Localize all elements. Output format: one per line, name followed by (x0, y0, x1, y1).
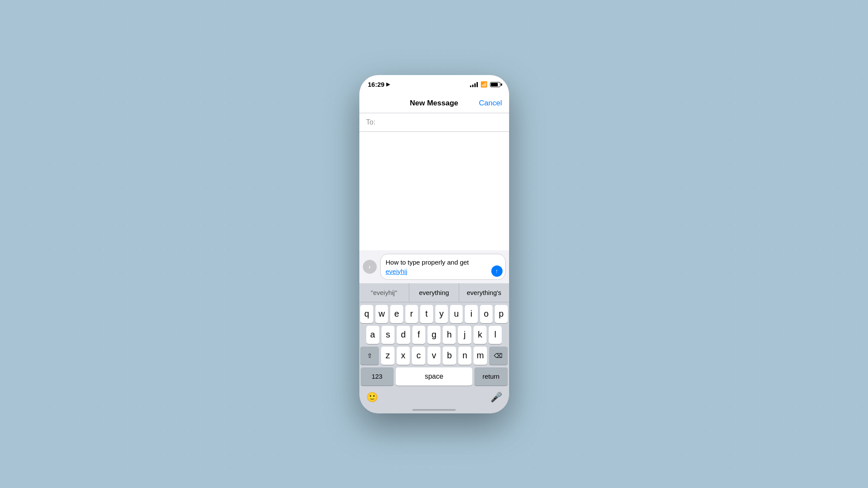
keyboard-row-2: a s d f g h j k l (359, 323, 509, 344)
key-v[interactable]: v (427, 347, 441, 365)
to-field[interactable]: To: (359, 113, 509, 132)
predictive-item-0[interactable]: "eveiyhij" (359, 283, 409, 302)
key-w[interactable]: w (375, 305, 388, 323)
status-time: 16:29 ▶ (368, 81, 390, 88)
key-a[interactable]: a (366, 326, 379, 344)
to-input[interactable] (377, 118, 502, 126)
backspace-key[interactable]: ⌫ (489, 347, 508, 365)
predictive-item-1[interactable]: everything (409, 283, 459, 302)
key-r[interactable]: r (405, 305, 418, 323)
send-button[interactable]: ↑ (491, 265, 503, 277)
space-key[interactable]: space (396, 367, 472, 386)
time-display: 16:29 (368, 81, 385, 88)
message-typed-text: eveiyhij (386, 268, 408, 275)
battery-fill (491, 83, 498, 86)
key-o[interactable]: o (480, 305, 493, 323)
numbers-label: 123 (372, 373, 382, 380)
backspace-icon: ⌫ (494, 352, 503, 359)
keyboard: q w e r t y u i o p a s d f g h j k (359, 302, 509, 413)
status-icons: 📶 (470, 81, 500, 88)
input-bar: › How to type properly and get eveiyhij … (359, 250, 509, 283)
microphone-icon[interactable]: 🎤 (490, 392, 502, 403)
key-g[interactable]: g (427, 326, 441, 344)
message-prefix-text: How to type properly and get (386, 259, 469, 266)
home-indicator (359, 406, 509, 413)
shift-icon: ⇧ (367, 352, 372, 359)
phone-frame: 16:29 ▶ 📶 New Message Cancel (359, 75, 509, 413)
key-u[interactable]: u (450, 305, 463, 323)
key-q[interactable]: q (360, 305, 373, 323)
status-bar: 16:29 ▶ 📶 (359, 75, 509, 94)
send-arrow-icon: ↑ (495, 268, 498, 274)
keyboard-fn-row: 🙂 🎤 (359, 387, 509, 406)
key-m[interactable]: m (473, 347, 487, 365)
key-y[interactable]: y (435, 305, 448, 323)
keyboard-row-3: ⇧ z x c v b n m ⌫ (359, 344, 509, 365)
key-k[interactable]: k (473, 326, 487, 344)
key-i[interactable]: i (465, 305, 477, 323)
key-t[interactable]: t (420, 305, 433, 323)
key-x[interactable]: x (397, 347, 410, 365)
return-key[interactable]: return (474, 367, 507, 386)
to-label: To: (366, 118, 375, 126)
message-input-wrap[interactable]: How to type properly and get eveiyhij ↑ (380, 254, 506, 280)
cancel-button[interactable]: Cancel (479, 99, 502, 108)
space-label: space (425, 373, 444, 380)
home-bar (412, 409, 456, 411)
key-e[interactable]: e (390, 305, 403, 323)
key-b[interactable]: b (443, 347, 456, 365)
message-input-text: How to type properly and get eveiyhij (386, 258, 488, 276)
predictive-bar: "eveiyhij" everything everything's (359, 283, 509, 302)
key-c[interactable]: c (412, 347, 425, 365)
numbers-key[interactable]: 123 (361, 367, 394, 386)
message-area[interactable] (359, 132, 509, 250)
key-d[interactable]: d (397, 326, 410, 344)
chevron-right-icon: › (368, 263, 371, 270)
nav-title: New Message (410, 99, 458, 108)
key-p[interactable]: p (495, 305, 507, 323)
battery-icon (490, 82, 500, 87)
nav-bar: New Message Cancel (359, 94, 509, 113)
keyboard-bottom-row: 123 space return (359, 365, 509, 387)
key-s[interactable]: s (381, 326, 395, 344)
wifi-icon: 📶 (480, 81, 487, 88)
expand-button[interactable]: › (363, 260, 377, 274)
key-z[interactable]: z (381, 347, 395, 365)
keyboard-row-1: q w e r t y u i o p (359, 302, 509, 323)
shift-key[interactable]: ⇧ (360, 347, 379, 365)
emoji-icon[interactable]: 🙂 (366, 392, 378, 403)
predictive-item-2[interactable]: everything's (459, 283, 509, 302)
key-j[interactable]: j (458, 326, 471, 344)
key-h[interactable]: h (443, 326, 456, 344)
return-label: return (483, 373, 500, 380)
phone-screen: 16:29 ▶ 📶 New Message Cancel (359, 75, 509, 413)
key-f[interactable]: f (412, 326, 425, 344)
key-l[interactable]: l (489, 326, 502, 344)
location-icon: ▶ (386, 82, 390, 87)
key-n[interactable]: n (458, 347, 472, 365)
signal-bars-icon (470, 82, 478, 87)
